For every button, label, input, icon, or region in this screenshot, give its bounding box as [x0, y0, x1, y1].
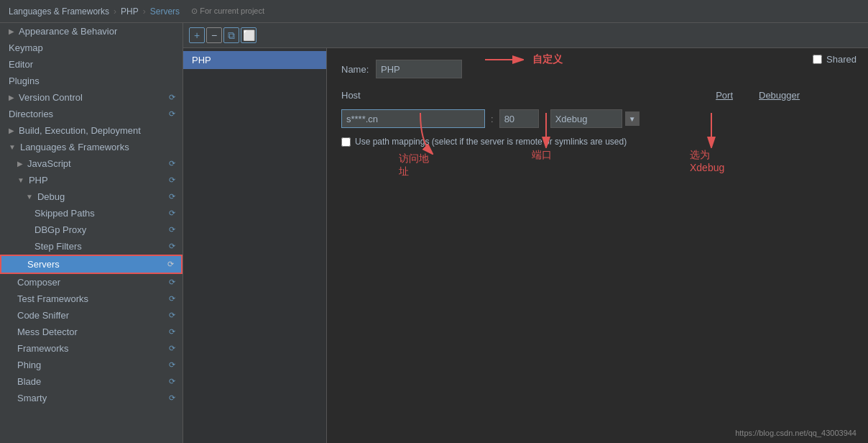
sidebar-item-version-control[interactable]: ▶ Version Control ⟳: [0, 89, 183, 106]
server-list: PHP: [183, 48, 327, 443]
xdebug-annotation: 选为Xdebug: [701, 113, 722, 151]
sidebar-item-label: Editor: [9, 59, 33, 70]
sidebar-item-label: Frameworks: [17, 343, 69, 354]
arrow-icon: ▶: [9, 127, 14, 134]
arrow-icon: ▶: [9, 93, 14, 101]
sidebar-item-build[interactable]: ▶ Build, Execution, Deployment: [0, 122, 183, 139]
shared-label: Shared: [826, 54, 857, 65]
host-column-header: Host: [341, 90, 540, 101]
sidebar-item-blade[interactable]: Blade ⟳: [0, 373, 183, 390]
sidebar-item-keymap[interactable]: Keymap: [0, 40, 183, 56]
sync-icon: ⟳: [167, 344, 177, 354]
debugger-select-wrap: Xdebug Zend Debugger ▼: [550, 109, 640, 128]
breadcrumb-item-2[interactable]: PHP: [121, 6, 139, 17]
breadcrumb-sep-2: ›: [143, 6, 146, 17]
sidebar-item-label: Debug: [37, 191, 65, 202]
sync-icon: ⟳: [167, 242, 177, 252]
sidebar-item-composer[interactable]: Composer ⟳: [0, 274, 183, 291]
sync-icon: ⟳: [167, 175, 177, 186]
content-inner: PHP Shared Name: Host Port: [183, 48, 868, 443]
xdebug-arrow-svg: [701, 113, 722, 149]
sidebar-item-appearance[interactable]: ▶ Appearance & Behavior: [0, 23, 183, 40]
sidebar-item-dbgp-proxy[interactable]: DBGp Proxy ⟳: [0, 221, 183, 238]
sidebar-item-label: Version Control: [19, 92, 83, 103]
arrow-icon: ▶: [9, 27, 14, 35]
sidebar-item-plugins[interactable]: Plugins: [0, 73, 183, 89]
sync-icon: ⟳: [167, 327, 177, 337]
sidebar-item-label: Code Sniffer: [17, 310, 69, 321]
sidebar-item-code-sniffer[interactable]: Code Sniffer ⟳: [0, 307, 183, 324]
sync-icon: ⟳: [167, 209, 177, 219]
sidebar-item-directories[interactable]: Directories ⟳: [0, 106, 183, 122]
port-input[interactable]: [499, 109, 539, 128]
sidebar-item-label: Plugins: [9, 76, 40, 86]
name-row: Name:: [341, 60, 854, 78]
sidebar-item-label: Directories: [9, 109, 53, 119]
shared-area: Shared: [813, 54, 857, 65]
breadcrumb-sep-1: ›: [114, 6, 116, 17]
sync-icon: ⟳: [167, 93, 177, 103]
name-label: Name:: [341, 64, 370, 75]
sidebar-item-frameworks[interactable]: Frameworks ⟳: [0, 340, 183, 357]
sidebar-item-label: Keymap: [9, 42, 43, 53]
sync-icon: ⟳: [167, 159, 177, 169]
sidebar-item-step-filters[interactable]: Step Filters ⟳: [0, 238, 183, 255]
content-panel: Shared Name: Host Port Debugger :: [327, 48, 868, 443]
sidebar-item-editor[interactable]: Editor: [0, 56, 183, 73]
sync-icon: ⟳: [167, 109, 177, 119]
sync-icon: ⟳: [167, 192, 177, 202]
shared-checkbox[interactable]: [813, 55, 822, 64]
sidebar-item-test-frameworks[interactable]: Test Frameworks ⟳: [0, 291, 183, 307]
dropdown-arrow-icon[interactable]: ▼: [625, 111, 640, 126]
path-mapping-checkbox[interactable]: [341, 137, 351, 147]
main-layout: ▶ Appearance & Behavior Keymap Editor Pl…: [0, 23, 868, 443]
arrow-icon: ▼: [17, 176, 24, 184]
custom-label: 自定义: [532, 53, 563, 66]
sidebar-item-skipped-paths[interactable]: Skipped Paths ⟳: [0, 205, 183, 221]
sync-icon: ⟳: [167, 311, 177, 321]
path-mapping-label: Use path mappings (select if the server …: [355, 137, 627, 147]
host-arrow-svg: [406, 113, 435, 156]
sidebar-item-mess-detector[interactable]: Mess Detector ⟳: [0, 324, 183, 340]
sidebar-item-label: Skipped Paths: [34, 208, 95, 219]
sidebar-item-label: Build, Execution, Deployment: [19, 125, 141, 136]
sidebar-item-label: DBGp Proxy: [34, 224, 86, 235]
remove-server-button[interactable]: −: [206, 27, 222, 43]
sync-icon: ⟳: [165, 260, 175, 270]
project-note: ⊙ For current project: [191, 6, 264, 16]
sidebar-item-label: Mess Detector: [17, 326, 78, 337]
copy-server-button[interactable]: ⧉: [223, 27, 239, 43]
sidebar-item-javascript[interactable]: ▶ JavaScript ⟳: [0, 155, 183, 172]
sidebar-item-servers[interactable]: Servers ⟳: [0, 255, 183, 274]
sync-icon: ⟳: [167, 377, 177, 387]
sync-icon: ⟳: [167, 360, 177, 370]
custom-annotation: 自定义: [485, 52, 563, 67]
footer-url: https://blog.csdn.net/qq_43003944: [735, 429, 857, 437]
sidebar-item-label: JavaScript: [27, 158, 71, 169]
sidebar-item-label: Step Filters: [34, 241, 82, 252]
sidebar-item-languages[interactable]: ▼ Languages & Frameworks: [0, 139, 183, 155]
sync-icon: ⟳: [167, 393, 177, 403]
arrow-icon: ▶: [17, 160, 23, 168]
debugger-select[interactable]: Xdebug Zend Debugger: [550, 109, 622, 128]
sync-icon: ⟳: [167, 294, 177, 304]
edit-server-button[interactable]: ⬜: [241, 27, 257, 43]
sidebar-item-php[interactable]: ▼ PHP ⟳: [0, 172, 183, 188]
sidebar-item-label: Phing: [17, 360, 41, 370]
arrow-icon: ▼: [9, 143, 16, 151]
server-list-item-php[interactable]: PHP: [183, 51, 326, 69]
breadcrumb-item-3[interactable]: Servers: [150, 6, 180, 17]
sidebar-item-phing[interactable]: Phing ⟳: [0, 357, 183, 373]
breadcrumb-item-1[interactable]: Languages & Frameworks: [9, 6, 109, 17]
sidebar-item-smarty[interactable]: Smarty ⟳: [0, 390, 183, 406]
sidebar-item-label: Servers: [27, 259, 60, 270]
content-area: + − ⧉ ⬜ PHP Shared Name:: [183, 23, 868, 443]
colon-separator: :: [491, 114, 494, 124]
xdebug-label: 选为Xdebug: [690, 149, 724, 173]
sync-icon: ⟳: [167, 225, 177, 235]
sync-icon: ⟳: [167, 278, 177, 288]
add-server-button[interactable]: +: [189, 27, 205, 43]
name-input[interactable]: [376, 60, 462, 78]
sidebar-item-debug[interactable]: ▼ Debug ⟳: [0, 188, 183, 205]
breadcrumb-bar: Languages & Frameworks › PHP › Servers ⊙…: [0, 0, 868, 23]
